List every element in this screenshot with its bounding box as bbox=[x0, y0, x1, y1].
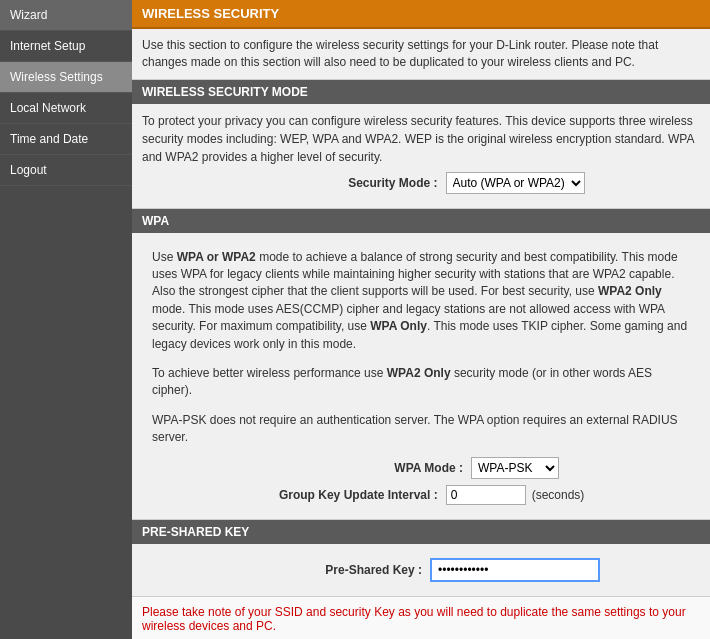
wpa-paragraph-1: Use WPA or WPA2 mode to achieve a balanc… bbox=[142, 241, 700, 357]
wireless-security-header: WIRELESS SECURITY bbox=[132, 0, 710, 29]
group-key-input[interactable] bbox=[446, 485, 526, 505]
security-mode-description: To protect your privacy you can configur… bbox=[142, 112, 700, 166]
sidebar-item-wizard[interactable]: Wizard bbox=[0, 0, 132, 31]
security-mode-select[interactable]: Auto (WPA or WPA2) None WEP WPA Only WPA… bbox=[446, 172, 585, 194]
main-content: WIRELESS SECURITY Use this section to co… bbox=[132, 0, 710, 639]
sidebar-item-time-and-date[interactable]: Time and Date bbox=[0, 124, 132, 155]
security-mode-content: To protect your privacy you can configur… bbox=[132, 104, 710, 209]
psk-row: Pre-Shared Key : bbox=[142, 558, 700, 582]
wpa-block: WPA Use WPA or WPA2 mode to achieve a ba… bbox=[132, 209, 710, 520]
group-key-row: Group Key Update Interval : (seconds) bbox=[142, 485, 700, 505]
wpa-content: Use WPA or WPA2 mode to achieve a balanc… bbox=[132, 233, 710, 520]
wpa-paragraph-2: To achieve better wireless performance u… bbox=[142, 357, 700, 404]
psk-input[interactable] bbox=[430, 558, 600, 582]
psk-header: PRE-SHARED KEY bbox=[132, 520, 710, 544]
group-key-units: (seconds) bbox=[532, 486, 585, 504]
wpa-header: WPA bbox=[132, 209, 710, 233]
sidebar-item-logout[interactable]: Logout bbox=[0, 155, 132, 186]
sidebar-item-local-network[interactable]: Local Network bbox=[0, 93, 132, 124]
security-mode-label: Security Mode : bbox=[258, 174, 438, 192]
wpa-mode-row: WPA Mode : WPA-PSK WPA Only WPA2 Only Au… bbox=[142, 457, 700, 479]
psk-label: Pre-Shared Key : bbox=[242, 561, 422, 579]
wpa-mode-label: WPA Mode : bbox=[283, 459, 463, 477]
group-key-label: Group Key Update Interval : bbox=[258, 486, 438, 504]
wpa-mode-select[interactable]: WPA-PSK WPA Only WPA2 Only Auto bbox=[471, 457, 559, 479]
wpa-paragraph-3: WPA-PSK does not require an authenticati… bbox=[142, 404, 700, 451]
sidebar-item-internet-setup[interactable]: Internet Setup bbox=[0, 31, 132, 62]
security-mode-header: WIRELESS SECURITY MODE bbox=[132, 80, 710, 104]
security-mode-block: WIRELESS SECURITY MODE To protect your p… bbox=[132, 80, 710, 209]
warning-text: Please take note of your SSID and securi… bbox=[132, 597, 710, 640]
security-mode-row: Security Mode : Auto (WPA or WPA2) None … bbox=[142, 172, 700, 194]
psk-block: PRE-SHARED KEY Pre-Shared Key : bbox=[132, 520, 710, 597]
intro-text: Use this section to configure the wirele… bbox=[132, 29, 710, 80]
sidebar: Wizard Internet Setup Wireless Settings … bbox=[0, 0, 132, 639]
psk-content: Pre-Shared Key : bbox=[132, 544, 710, 597]
sidebar-item-wireless-settings[interactable]: Wireless Settings bbox=[0, 62, 132, 93]
